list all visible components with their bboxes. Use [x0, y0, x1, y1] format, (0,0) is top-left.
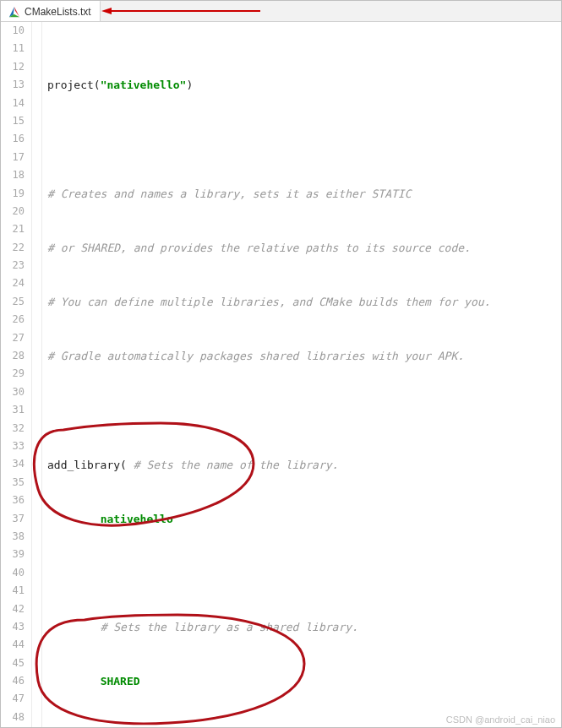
line-number: 13 [0, 76, 25, 94]
line-number: 44 [0, 636, 25, 654]
code-comment: # or SHARED, and provides the relative p… [47, 242, 471, 254]
line-number: 32 [0, 420, 25, 437]
cmake-icon [8, 6, 20, 18]
line-number-gutter: 1011121314151617181920212223242526272829… [0, 22, 32, 728]
line-number: 19 [0, 185, 25, 203]
code-comment: # Sets the library as a shared library. [101, 621, 358, 633]
line-number: 21 [0, 220, 25, 238]
line-number: 28 [0, 347, 25, 365]
line-number: 47 [0, 690, 25, 708]
code-comment: # Creates and names a library, sets it a… [47, 187, 411, 200]
line-number: 14 [0, 95, 25, 112]
line-number: 23 [0, 257, 25, 274]
line-number: 17 [0, 149, 25, 166]
tab-cmakelists[interactable]: CMakeLists.txt [0, 0, 101, 21]
line-number: 12 [0, 58, 25, 76]
line-number: 11 [0, 40, 25, 57]
code-comment: # Sets the name of the library. [134, 459, 339, 471]
line-number: 33 [0, 437, 25, 455]
line-number: 29 [0, 365, 25, 383]
line-number: 26 [0, 311, 25, 329]
line-number: 34 [0, 455, 25, 473]
code-text: ) [186, 79, 193, 91]
watermark: CSDN @android_cai_niao [446, 714, 555, 725]
line-number: 30 [0, 383, 25, 401]
line-number: 31 [0, 401, 25, 419]
code-editor: 1011121314151617181920212223242526272829… [0, 22, 562, 728]
annotation-arrow [101, 7, 262, 19]
code-text: nativehello [101, 513, 173, 525]
tab-label: CMakeLists.txt [25, 6, 91, 18]
line-number: 25 [0, 293, 25, 311]
line-number: 38 [0, 528, 25, 546]
line-number: 48 [0, 709, 25, 726]
line-number: 22 [0, 239, 25, 257]
code-text: "nativehello" [101, 79, 187, 91]
line-number: 46 [0, 672, 25, 690]
line-number: 41 [0, 582, 25, 600]
code-text: project( [47, 79, 101, 91]
line-number: 39 [0, 546, 25, 563]
code-text: SHARED [101, 675, 140, 687]
line-number: 10 [0, 22, 25, 40]
tab-bar: CMakeLists.txt [0, 0, 562, 22]
line-number: 40 [0, 564, 25, 582]
line-number: 18 [0, 166, 25, 184]
code-comment: # You can define multiple libraries, and… [47, 296, 490, 308]
line-number: 36 [0, 492, 25, 509]
line-number: 24 [0, 274, 25, 292]
line-number: 15 [0, 112, 25, 130]
line-number: 27 [0, 329, 25, 347]
line-number: 45 [0, 655, 25, 672]
code-comment: # Gradle automatically packages shared l… [47, 350, 464, 362]
svg-marker-4 [101, 8, 112, 14]
line-number: 16 [0, 130, 25, 148]
line-number: 20 [0, 203, 25, 220]
line-number: 37 [0, 510, 25, 528]
line-number: 35 [0, 474, 25, 492]
code-area[interactable]: project("nativehello") # Creates and nam… [42, 22, 562, 728]
line-number: 42 [0, 600, 25, 618]
code-text: add_library( [47, 459, 134, 471]
margin-strip [32, 22, 42, 728]
line-number: 43 [0, 618, 25, 636]
